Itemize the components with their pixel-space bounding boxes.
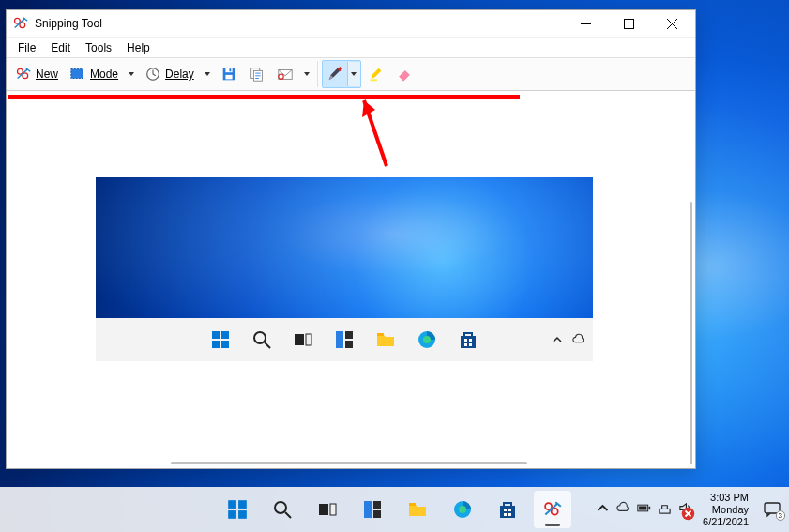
menubar: File Edit Tools Help (7, 37, 695, 57)
tray-chevron-icon[interactable] (596, 501, 610, 519)
svg-rect-42 (330, 504, 336, 515)
svg-rect-32 (464, 339, 467, 342)
send-button[interactable] (272, 61, 298, 87)
snip-edge-icon (417, 329, 437, 350)
taskbar-snipping-tool[interactable] (534, 491, 571, 528)
snipping-tool-icon (12, 15, 29, 32)
maximize-button[interactable] (607, 10, 650, 37)
svg-rect-25 (336, 331, 343, 348)
clock-day: Monday (703, 504, 749, 516)
snip-taskbar (96, 318, 593, 361)
highlighter-icon (368, 66, 385, 83)
minimize-button[interactable] (564, 10, 607, 37)
eraser-button[interactable] (391, 61, 417, 87)
notification-badge: 3 (776, 510, 785, 521)
toolbar-separator (317, 61, 318, 87)
svg-rect-28 (377, 333, 384, 336)
pen-tool-selected[interactable] (322, 60, 361, 88)
svg-point-48 (459, 506, 466, 513)
vertical-scrollbar[interactable] (690, 202, 692, 464)
svg-rect-2 (624, 19, 633, 28)
snip-taskview-icon (293, 329, 313, 350)
taskbar-edge[interactable] (444, 491, 481, 528)
svg-rect-46 (409, 503, 416, 506)
pen-dropdown[interactable] (347, 62, 360, 86)
svg-rect-35 (469, 343, 472, 346)
snip-widgets-icon (334, 329, 355, 350)
svg-rect-26 (345, 331, 353, 339)
snip-tray-chevron-icon (552, 334, 563, 345)
taskbar-widgets[interactable] (354, 491, 391, 528)
svg-point-22 (254, 332, 266, 343)
horizontal-scrollbar[interactable] (171, 462, 527, 464)
svg-rect-51 (508, 509, 511, 511)
pen-button[interactable] (323, 61, 347, 87)
taskbar-clock[interactable]: 3:03 PM Monday 6/21/2021 (699, 492, 754, 528)
copy-button[interactable] (244, 61, 270, 87)
menu-help[interactable]: Help (119, 39, 158, 56)
svg-rect-18 (212, 331, 220, 339)
menu-tools[interactable]: Tools (78, 39, 119, 56)
tray-volume-icon[interactable] (678, 501, 692, 519)
taskbar-explorer[interactable] (399, 491, 436, 528)
mode-label: Mode (90, 68, 118, 81)
eraser-icon (396, 66, 413, 83)
tray-network-icon[interactable] (658, 501, 672, 519)
snip-canvas-area (7, 91, 695, 468)
window-title: Snipping Tool (35, 17, 102, 30)
captured-snip[interactable] (96, 177, 593, 361)
svg-rect-27 (345, 341, 353, 348)
windows-taskbar: 3:03 PM Monday 6/21/2021 3 (0, 487, 789, 532)
send-dropdown[interactable] (300, 70, 313, 78)
save-button[interactable] (216, 61, 242, 87)
svg-point-30 (423, 336, 431, 343)
svg-rect-5 (71, 69, 83, 79)
tray-onedrive-icon[interactable] (616, 501, 630, 519)
svg-rect-49 (500, 506, 515, 518)
svg-rect-43 (364, 501, 372, 518)
menu-edit[interactable]: Edit (43, 39, 78, 56)
svg-rect-37 (238, 500, 247, 509)
snip-tray-onedrive-icon (572, 333, 585, 346)
delay-label: Delay (165, 68, 194, 81)
svg-rect-59 (660, 509, 670, 513)
tray-battery-icon[interactable] (637, 501, 651, 519)
svg-rect-53 (508, 513, 511, 516)
taskbar-taskview[interactable] (309, 491, 346, 528)
svg-rect-34 (464, 343, 467, 346)
taskbar-store[interactable] (489, 491, 526, 528)
delay-button[interactable]: Delay (140, 61, 199, 87)
taskbar-search[interactable] (264, 491, 301, 528)
delay-dropdown[interactable] (201, 70, 214, 78)
notifications-button[interactable]: 3 (761, 498, 783, 521)
new-label: New (36, 68, 58, 81)
svg-rect-39 (238, 510, 247, 519)
scissors-icon (15, 66, 32, 83)
toolbar: New Mode Delay (7, 57, 695, 91)
rectangle-mode-icon (69, 66, 86, 83)
svg-rect-23 (295, 334, 304, 345)
mode-dropdown[interactable] (125, 70, 138, 78)
svg-rect-44 (373, 501, 381, 509)
system-tray: 3:03 PM Monday 6/21/2021 3 (596, 492, 783, 528)
envelope-icon (277, 66, 294, 83)
svg-rect-50 (504, 509, 507, 511)
svg-rect-38 (228, 510, 236, 519)
snip-search-icon (251, 329, 272, 350)
svg-rect-17 (370, 79, 376, 81)
mode-button[interactable]: Mode (65, 61, 123, 87)
svg-rect-21 (221, 341, 229, 348)
new-button[interactable]: New (10, 61, 63, 87)
annotation-red-arrow (357, 99, 394, 177)
menu-file[interactable]: File (10, 39, 43, 56)
svg-rect-11 (229, 68, 231, 71)
taskbar-start[interactable] (219, 491, 256, 528)
highlighter-button[interactable] (363, 61, 389, 87)
snip-wallpaper (96, 177, 593, 318)
copy-icon (249, 66, 266, 83)
clock-time: 3:03 PM (703, 492, 749, 504)
svg-rect-45 (373, 510, 381, 518)
svg-rect-20 (212, 341, 220, 348)
close-button[interactable] (650, 10, 693, 37)
pen-icon (326, 66, 343, 83)
